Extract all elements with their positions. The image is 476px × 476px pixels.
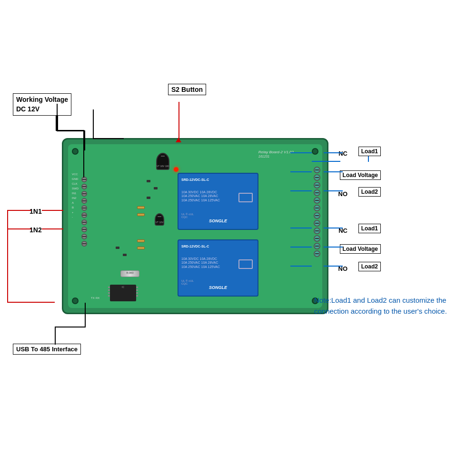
nc1-connect: [380, 147, 381, 148]
left-vertical-red: [7, 210, 8, 303]
line-rb4: [324, 247, 343, 248]
mount-hole-tr: [312, 148, 318, 155]
board-label: Relay Board-2 V1.02161231: [258, 150, 294, 159]
resistor-2: [137, 213, 145, 216]
wv-line-2: [57, 130, 85, 131]
load2-bottom-box: Load2: [358, 262, 381, 271]
resistor-4: [137, 247, 145, 249]
in2-line: [42, 228, 63, 229]
resistor-3: [137, 239, 145, 242]
cap-mark: [161, 156, 165, 157]
smd-5: [123, 254, 127, 256]
s2-button-annotation: S2 Button: [168, 84, 206, 95]
capacitor-large-1: VT 16V 100: [156, 153, 169, 170]
relay-top-ul: UL ® cULCQC: [181, 213, 194, 218]
usb-line-v: [55, 327, 56, 345]
load1-bottom-box: Load1: [358, 224, 381, 233]
resistor-1: [137, 206, 145, 209]
wv-line-3: [84, 130, 85, 150]
cap-mark-2: [158, 216, 161, 217]
working-voltage-box: Working VoltageDC 12V: [13, 93, 71, 116]
smd-3: [147, 197, 150, 199]
mount-hole-bl: [72, 298, 79, 304]
relay-bottom-ul: UL ® cULCQC: [181, 279, 194, 285]
relay-top-specs: 10A 30VDC 10A 28VDC10A 250VAC 10A 28VAC1…: [181, 190, 220, 202]
left-pins: VCC GND CLK SWD IN1 IN2 A B + -: [72, 173, 79, 220]
s2-arrow: [176, 138, 181, 142]
wv-line-1: [57, 104, 58, 131]
nc1-line: [312, 161, 340, 162]
line-r2: [324, 152, 343, 153]
line-r4: [324, 171, 343, 172]
line-rb2: [324, 228, 343, 228]
usb-485-box: USB To 485 Interface: [13, 344, 81, 355]
line-rb3: [290, 247, 312, 248]
line-r5: [290, 190, 312, 191]
relay-top-model: SRD-12VDC-SL-C: [181, 178, 209, 182]
tx-label: TX: [91, 297, 95, 299]
usb-line-h: [55, 327, 86, 327]
relay-bottom-brand: SONGLE: [178, 285, 258, 290]
relay-top-brand: SONGLE: [178, 218, 258, 223]
working-voltage-annotation: Working VoltageDC 12V: [13, 93, 71, 116]
smd-1: [147, 180, 150, 182]
main-scene: Relay Board-2 V1.02161231 VT 16V 100 VT …: [0, 0, 476, 476]
s2-button-box: S2 Button: [168, 84, 206, 95]
pcb-inner: Relay Board-2 V1.02161231 VT 16V 100 VT …: [68, 144, 322, 308]
in2-label: 1N2: [30, 226, 42, 234]
relay-top: SRD-12VDC-SL-C 10A 30VDC 10A 28VDC10A 25…: [178, 173, 258, 230]
crystal-oscillator: 8.000: [120, 270, 139, 277]
left-screw-terminals: [80, 175, 89, 248]
load-voltage-top-box: Load Voltage: [340, 170, 381, 180]
load-voltage-bottom-box: Load Voltage: [340, 244, 381, 254]
mount-hole-tl: [72, 148, 79, 155]
ic-chip: IC: [110, 285, 136, 301]
s2-line-v: [178, 102, 179, 139]
in1-line: [42, 210, 63, 211]
crystal-value: 8.000: [126, 271, 133, 274]
line-rb1: [290, 228, 312, 228]
relay-coil-symbol-2: [238, 259, 253, 269]
in2-line-left: [7, 228, 31, 229]
note-text: Note:Load1 and Load2 can customize the c…: [314, 295, 462, 317]
pcb-board: Relay Board-2 V1.02161231 VT 16V 100 VT …: [62, 138, 328, 314]
smd-4: [116, 247, 119, 249]
relay-coil-symbol: [238, 193, 253, 202]
wv-clean-line-v: [93, 109, 94, 139]
line-r6: [324, 190, 343, 191]
line-rb6: [324, 266, 343, 267]
usb-line-v2: [85, 303, 86, 327]
relay-bottom-model: SRD-12VDC-SL-C: [181, 244, 209, 248]
usb-485-annotation: USB To 485 Interface: [13, 344, 81, 355]
line-r3: [290, 171, 312, 172]
relay-bottom-specs: 10A 30VDC 10A 28VDC10A 250VAC 10A 28VAC1…: [181, 257, 220, 269]
load1-top-box: Load1: [358, 147, 381, 156]
line-r1: [290, 152, 312, 153]
relay-bottom: SRD-12VDC-SL-C 10A 30VDC 10A 28VDC10A 25…: [178, 239, 258, 297]
wv-clean-line-h: [93, 138, 124, 139]
in1-label: 1N1: [30, 207, 42, 216]
load2-top-box: Load2: [358, 187, 381, 197]
in1-line-left: [7, 210, 31, 211]
rx-label: RX: [96, 297, 99, 299]
capacitor-small-1: VT 10V: [155, 213, 164, 226]
nc1-label: NC: [338, 149, 347, 158]
smd-2: [154, 187, 158, 189]
led-red: [174, 167, 178, 172]
right-terminal-top: [312, 166, 322, 258]
line-rb5: [290, 266, 312, 267]
bottom-red-line: [7, 302, 55, 303]
